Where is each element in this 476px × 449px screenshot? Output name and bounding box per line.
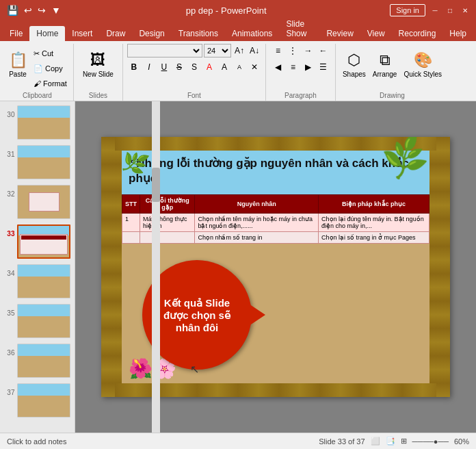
slide-thumb-36[interactable]: 36 [3, 342, 72, 379]
bullets-button[interactable]: ≡ [271, 44, 285, 57]
cell-loi-1: Máy không thực hiện in [140, 214, 195, 232]
tab-help[interactable]: Help [442, 26, 473, 41]
shadow-button[interactable]: S [187, 60, 201, 74]
slide-thumb-34[interactable]: 34 [3, 263, 72, 300]
tab-design[interactable]: Design [132, 26, 171, 41]
restore-button[interactable]: □ [445, 5, 455, 16]
paste-button[interactable]: 📋 Paste [5, 44, 30, 85]
table-header-nguyen-nhan: Nguyên nhân [195, 195, 319, 214]
new-slide-icon: 🖼 [90, 51, 105, 69]
font-size-large[interactable]: A [217, 60, 231, 74]
view-slidesorter-icon[interactable]: ⊞ [401, 437, 407, 446]
italic-button[interactable]: I [142, 60, 156, 74]
arrange-button[interactable]: ⧉ Arrange [370, 44, 400, 85]
slide-img-35[interactable] [17, 304, 70, 338]
paragraph-content: ≡ ⋮ → ← ◀ ≡ ▶ ☰ [271, 44, 330, 90]
slide-num-34: 34 [4, 264, 14, 277]
para-row-2: ◀ ≡ ▶ ☰ [271, 60, 330, 74]
table-header-bien-phap: Biện pháp khắc phục [319, 195, 429, 214]
vertical-scrollbar[interactable] [152, 101, 160, 433]
slide-img-31[interactable] [17, 145, 70, 179]
align-center-button[interactable]: ≡ [286, 60, 300, 74]
bamboo-bottom [115, 383, 436, 397]
slide-img-34[interactable] [17, 264, 70, 298]
zoom-slider[interactable]: ────●── [412, 437, 449, 446]
strikethrough-button[interactable]: S [172, 60, 186, 74]
clear-format-button[interactable]: ✕ [248, 60, 261, 74]
save-icon[interactable]: 💾 [5, 5, 20, 16]
format-painter-button[interactable]: 🖌 Format [31, 77, 69, 90]
cell-nn-1: Chọn nhầm tên máy in hoặc máy in chưa bậ… [195, 214, 319, 232]
decrease-indent-button[interactable]: ← [316, 44, 330, 57]
table-row-1: 1 Máy không thực hiện in Chọn nhầm tên m… [122, 214, 429, 232]
slide-img-32[interactable] [17, 185, 70, 219]
slide-thumb-32[interactable]: 32 [3, 183, 72, 220]
new-slide-button[interactable]: 🖼 New Slide [80, 44, 116, 85]
tab-review[interactable]: Review [319, 26, 360, 41]
slide-thumb-31[interactable]: 31 [3, 144, 72, 181]
main-area: 30 31 32 33 [0, 101, 476, 433]
tab-recording[interactable]: Recording [392, 26, 443, 41]
slide-thumb-37[interactable]: 37 [3, 382, 72, 419]
increase-indent-button[interactable]: → [301, 44, 315, 57]
tab-insert[interactable]: Insert [65, 26, 99, 41]
slide-num-31: 31 [4, 145, 14, 158]
slide-thumb-35[interactable]: 35 [3, 303, 72, 339]
paragraph-label: Paragraph [285, 92, 317, 101]
increase-font-button[interactable]: A↑ [233, 44, 246, 57]
tab-animations[interactable]: Animations [225, 26, 279, 41]
slide-thumb-33[interactable]: 33 [3, 223, 72, 260]
minimize-button[interactable]: ─ [429, 5, 440, 16]
tab-slideshow[interactable]: Slide Show [279, 16, 319, 41]
quick-styles-button[interactable]: 🎨 Quick Styles [401, 44, 445, 85]
slide-num-37: 37 [4, 383, 14, 396]
cut-button[interactable]: ✂ Cut [31, 47, 69, 60]
table-row-2: Chọn nhầm số trang in Chọn lại số trang … [122, 232, 429, 244]
slide-img-36[interactable] [17, 344, 70, 378]
font-size-select[interactable]: 24 [204, 44, 231, 57]
undo-icon[interactable]: ↩ [23, 5, 34, 16]
shapes-button[interactable]: ⬡ Shapes [340, 44, 369, 85]
font-name-select[interactable] [127, 44, 202, 57]
font-size-small[interactable]: A [233, 60, 246, 74]
decrease-font-button[interactable]: A↓ [248, 44, 261, 57]
slides-group: 🖼 New Slide Slides [75, 44, 123, 101]
tab-transitions[interactable]: Transitions [172, 26, 225, 41]
tab-file[interactable]: File [3, 26, 29, 41]
numbering-button[interactable]: ⋮ [286, 44, 300, 57]
view-normal-icon[interactable]: ⬜ [371, 437, 380, 446]
slides-label: Slides [89, 92, 107, 101]
drawing-content: ⬡ Shapes ⧉ Arrange 🎨 Quick Styles [340, 44, 445, 90]
customize-icon[interactable]: ▼ [50, 5, 62, 16]
cell-bp-1: Chọn lại đúng tên máy in. Bật nguồn điện… [319, 214, 429, 232]
tab-view[interactable]: View [360, 26, 392, 41]
redo-icon[interactable]: ↪ [36, 5, 47, 16]
bold-button[interactable]: B [127, 60, 141, 74]
new-slide-label: New Slide [83, 70, 114, 78]
justify-button[interactable]: ☰ [316, 60, 330, 74]
underline-button[interactable]: U [157, 60, 171, 74]
slide-img-30[interactable] [17, 105, 70, 140]
canvas-area[interactable]: 🌿 🌿 * Những lỗi thường gặp nguyên nhân v… [75, 101, 476, 433]
slide-position: Slide 33 of 37 [319, 437, 365, 446]
close-button[interactable]: ✕ [460, 5, 471, 16]
cell-loi-2 [140, 232, 195, 244]
slide-img-37[interactable] [17, 383, 70, 418]
align-left-button[interactable]: ◀ [271, 60, 285, 74]
align-right-button[interactable]: ▶ [301, 60, 315, 74]
paste-label: Paste [9, 70, 27, 78]
slide-img-33[interactable] [17, 224, 70, 259]
slides-panel[interactable]: 30 31 32 33 [0, 101, 75, 433]
status-bar: Click to add notes Slide 33 of 37 ⬜ 📑 ⊞ … [0, 433, 476, 449]
scroll-thumb[interactable] [152, 168, 160, 202]
font-color-button[interactable]: A [202, 60, 216, 74]
title-bar: 💾 ↩ ↪ ▼ pp dep - PowerPoint Sign in ─ □ … [0, 0, 476, 21]
sign-in-button[interactable]: Sign in [390, 4, 425, 16]
view-outline-icon[interactable]: 📑 [386, 437, 395, 446]
tab-draw[interactable]: Draw [99, 26, 132, 41]
slide-thumb-30[interactable]: 30 [3, 104, 72, 141]
zoom-level: 60% [454, 437, 469, 446]
copy-button[interactable]: 📄 Copy [31, 62, 69, 75]
tab-home[interactable]: Home [29, 26, 65, 41]
notes-hint[interactable]: Click to add notes [7, 437, 66, 446]
